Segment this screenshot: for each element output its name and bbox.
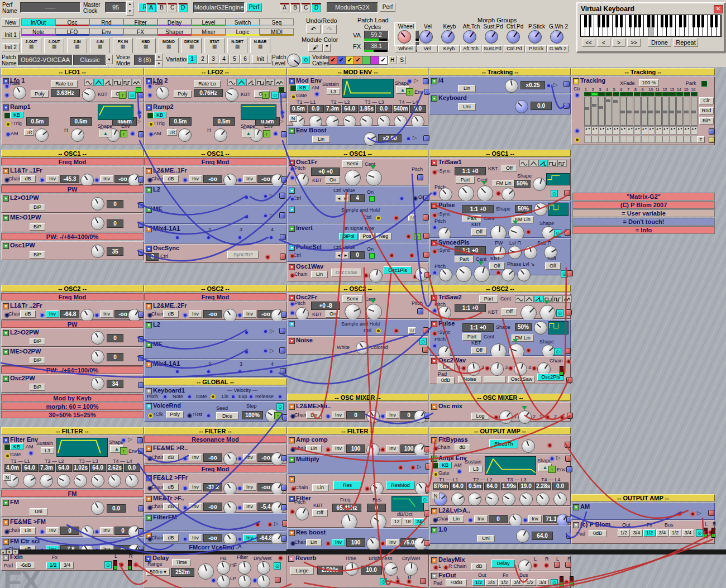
module-reverb[interactable]: ▼ReverbTimeBrightnessDry/WetLarge2.500s1… [286, 554, 429, 587]
input-port[interactable] [290, 254, 295, 259]
module-am[interactable]: ▼AM▷ [571, 503, 715, 520]
input-port[interactable] [290, 197, 295, 202]
output-port[interactable] [137, 437, 143, 443]
track-stepper[interactable]: ▲▼ [669, 126, 676, 135]
button-1-2[interactable]: 1/2 [643, 529, 656, 537]
module-collapse-icon[interactable]: ▼ [289, 321, 295, 327]
track-stepper[interactable]: ▲▼ [598, 126, 605, 135]
output-port[interactable] [279, 347, 285, 353]
kb-nav-0[interactable]: << [582, 39, 595, 47]
palette-n-bar[interactable]: N-BAR▦ [250, 38, 270, 54]
input-port[interactable] [508, 366, 513, 371]
input-port[interactable] [398, 465, 403, 470]
module-collapse-icon[interactable]: ▼ [3, 539, 9, 545]
input-port[interactable] [326, 541, 331, 546]
wave-icon[interactable] [515, 295, 524, 303]
input-port[interactable] [206, 369, 211, 374]
module-collapse-icon[interactable]: ▼ [3, 215, 9, 221]
input-port[interactable] [280, 110, 285, 115]
output-port[interactable] [279, 212, 285, 218]
output-port[interactable] [565, 442, 571, 448]
knob[interactable] [485, 493, 499, 506]
button-kb[interactable]: KB [10, 443, 23, 450]
button-inv[interactable]: Inv [243, 310, 256, 318]
input-port[interactable] [244, 350, 249, 355]
input-port[interactable] [433, 472, 438, 477]
module-l2-me-2fr[interactable]: ▼L2&ME..2FrChaindBInv-ooInv-oo [144, 302, 286, 320]
module-trisaw2[interactable]: ▼TriSaw2PartCentPitch1:1 +0KBTOff⊙ [429, 293, 571, 319]
module-fe-me-r[interactable]: ▼FE&ME >R..ChaindBInv-ooInv-oo [144, 444, 286, 464]
spin-down-icon[interactable]: ▼ [126, 8, 133, 16]
knob[interactable] [384, 562, 398, 576]
morph-assign-button[interactable]: ↑ [406, 88, 413, 95]
category-select[interactable]: Classic [73, 55, 107, 65]
module-osc2wav[interactable]: ▼Osc2WavChainLinPad0dB1234NoiseOsc2SawOs… [429, 356, 571, 384]
input-port[interactable] [237, 313, 242, 318]
button-3-4[interactable]: 3/4 [485, 579, 498, 586]
variation-5[interactable]: 5 [230, 55, 240, 64]
cable-toggle[interactable]: ✔ [337, 56, 346, 65]
module-collapse-icon[interactable]: ▼ [289, 78, 295, 84]
module-oscsync[interactable]: ▼OscSync0CtrlSyncTo? [144, 244, 286, 263]
input-port[interactable] [564, 580, 569, 585]
button-lin[interactable]: Lin [306, 445, 322, 452]
button-inv[interactable]: Inv [528, 515, 542, 523]
wave-icon[interactable] [94, 79, 103, 86]
redo-button[interactable]: ↷ [322, 25, 337, 34]
output-port[interactable] [138, 448, 144, 454]
output-port[interactable] [280, 254, 286, 260]
input-port[interactable] [183, 486, 188, 491]
knob[interactable] [91, 501, 104, 515]
module-trisaw1[interactable]: ▼TriSaw1↑Sync1:1 +0KBTOffPartCentFM LinS… [429, 158, 571, 200]
module-collapse-icon[interactable]: ▼ [146, 475, 152, 481]
voice-mode-value[interactable]: 8 (8) [134, 55, 155, 65]
module-fm[interactable]: ▼FMUni0.0 [1, 498, 144, 517]
patch-canvas[interactable]: FX ▲▼Σ -- LFO1 ---- LFO2 ---- MOD ENV --… [0, 67, 726, 588]
palette-4-in[interactable]: 4-IN▦ [90, 38, 110, 54]
button-500m[interactable]: 500m ▾ [146, 568, 170, 576]
palette-fx-in[interactable]: FX IN▦ [113, 38, 133, 54]
output-port[interactable] [280, 92, 286, 98]
module-collapse-icon[interactable]: ▼ [146, 515, 152, 521]
button-inv[interactable]: Inv [46, 175, 59, 183]
module-keyboard1[interactable]: ▼Keyboard1— Velocity —PitchNoteGateLinEx… [144, 386, 286, 401]
knob[interactable] [516, 529, 529, 543]
button-inv[interactable]: Inv [243, 503, 256, 510]
track-stepper[interactable]: ▲▼ [627, 126, 634, 135]
button-on[interactable]: On [326, 310, 340, 318]
module-collapse-icon[interactable]: ▼ [3, 376, 9, 382]
input-port[interactable] [380, 447, 385, 452]
black-key[interactable] [715, 15, 718, 27]
input-port[interactable] [244, 330, 249, 335]
slider-handle[interactable] [599, 106, 603, 109]
input-port[interactable] [175, 235, 180, 240]
output-port[interactable] [137, 92, 144, 98]
module-collapse-icon[interactable]: ▼ [289, 188, 295, 194]
input-port[interactable] [147, 84, 152, 89]
button-lin[interactable]: Lin [306, 412, 322, 419]
input-port[interactable] [148, 413, 153, 418]
module-collapse-icon[interactable]: ▼ [146, 207, 152, 213]
morph-knob-wheel[interactable] [398, 30, 411, 44]
button-0db[interactable]: 0dB [589, 530, 606, 537]
module-panel[interactable]: ▼Sample and HoldCtrlM [287, 205, 428, 223]
input-port[interactable] [4, 84, 9, 89]
black-key[interactable] [661, 15, 663, 27]
module-tracking[interactable]: ▼TrackingCtrXFade100 %Park1▲▼2▲▼3▲▼4▲▼5▲… [571, 77, 715, 145]
knob[interactable] [198, 563, 214, 580]
engine-slot-d[interactable]: D [178, 3, 188, 12]
module-filter-env[interactable]: ▼Filter EnvKBAMSustainL3GateShape▲▷↑EnvT… [1, 436, 144, 489]
power-button[interactable]: ⊙ [556, 309, 563, 317]
morph-knob-g-wh-2[interactable] [550, 30, 563, 44]
wave-icon[interactable] [275, 79, 284, 86]
tab-in-out[interactable]: In/Out [21, 18, 55, 26]
module-fltbypass[interactable]: ▼FltBypassChaindBBleedTh [429, 436, 571, 453]
button-inv[interactable]: Inv [189, 454, 202, 461]
knob[interactable] [366, 410, 380, 423]
output-port[interactable] [281, 131, 287, 137]
knob[interactable] [345, 562, 359, 576]
input-port[interactable] [326, 447, 331, 452]
output-port[interactable] [281, 312, 287, 318]
morph-assign-button[interactable]: ↑ [262, 92, 269, 99]
morph-button-p-stick[interactable]: P.Stick [526, 45, 547, 52]
